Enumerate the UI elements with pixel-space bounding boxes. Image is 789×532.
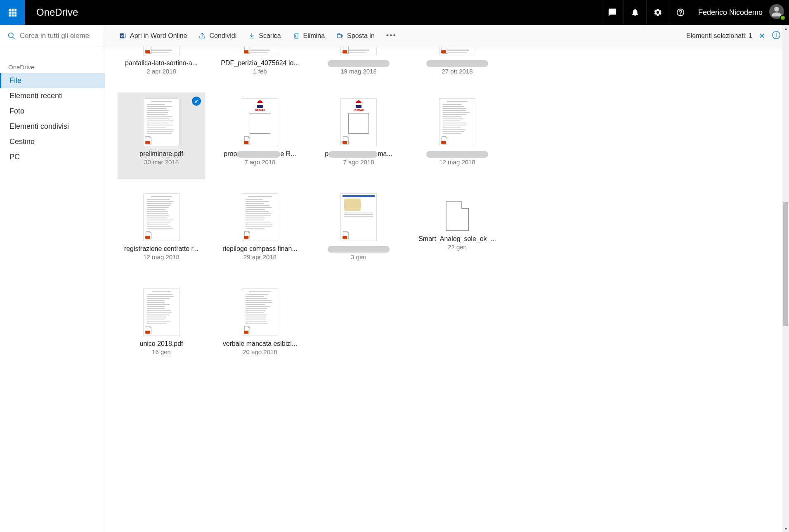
download-button[interactable]: Scarica	[242, 30, 286, 42]
file-thumbnail	[242, 288, 278, 336]
file-thumbnail	[340, 193, 377, 241]
nav-item-elementi-condivisi[interactable]: Elementi condivisi	[0, 119, 105, 134]
file-tile[interactable]: .12 mag 2018	[413, 92, 501, 179]
file-date: 7 ago 2018	[343, 158, 374, 166]
file-thumbnail: RE/MAX	[340, 98, 377, 146]
file-tile[interactable]: Smart_Analog_sole_ok_...22 gen	[413, 187, 501, 274]
file-thumbnail	[143, 193, 180, 241]
chat-icon-button[interactable]	[601, 0, 624, 25]
pdf-badge-icon	[144, 326, 153, 335]
file-tile[interactable]: verbale mancata esibizi...20 ago 2018	[216, 282, 304, 369]
file-tile[interactable]: RE/MAXprop.e R...7 ago 2018	[216, 92, 304, 179]
help-icon-button[interactable]	[669, 0, 692, 25]
scrollbar[interactable]: ▴ ▾	[782, 25, 789, 532]
file-thumbnail	[439, 47, 475, 55]
file-tile[interactable]: .19 mag 2018	[315, 47, 402, 84]
scrollbar-thumb[interactable]	[783, 202, 788, 326]
nav-item-elementi-recenti[interactable]: Elementi recenti	[0, 88, 105, 104]
toolbar-label: Apri in Word Online	[130, 32, 187, 40]
share-button[interactable]: Condividi	[193, 30, 242, 42]
gear-icon	[653, 8, 662, 17]
move-button[interactable]: Sposta in	[331, 30, 380, 42]
toolbar-label: Scarica	[259, 32, 281, 40]
details-pane-button[interactable]	[772, 31, 781, 41]
file-grid: pantalica-lato-sortino-a...2 apr 2018PDF…	[113, 47, 781, 369]
waffle-icon	[9, 9, 17, 17]
toolbar-label: Sposta in	[347, 32, 375, 40]
file-tile[interactable]: unico 2018.pdf16 gen	[118, 282, 205, 369]
nav-item-file[interactable]: File	[0, 73, 105, 88]
settings-icon-button[interactable]	[646, 0, 669, 25]
move-icon	[336, 32, 344, 40]
open-word-button[interactable]: W Apri in Word Online	[113, 30, 193, 42]
user-name[interactable]: Federico Nicodemo	[692, 8, 769, 17]
file-name: unico 2018.pdf	[140, 340, 183, 348]
toolbar: W Apri in Word Online Condividi Scarica …	[105, 25, 789, 47]
file-date: 1 feb	[253, 68, 267, 75]
file-name: PDF_perizia_4075624 lo...	[221, 59, 299, 67]
file-tile[interactable]: PDF_perizia_4075624 lo...1 feb	[216, 47, 304, 84]
scroll-down-arrow[interactable]: ▾	[782, 525, 789, 532]
file-name: registrazione contratto r...	[124, 245, 199, 253]
scroll-up-arrow[interactable]: ▴	[782, 25, 789, 31]
file-name: pantalica-lato-sortino-a...	[125, 59, 198, 67]
selection-check-icon	[192, 97, 201, 106]
file-tile[interactable]: .3 gen	[315, 187, 402, 274]
file-name: p.ma...	[325, 150, 392, 158]
file-date: 7 ago 2018	[244, 158, 275, 166]
file-tile[interactable]: RE/MAXp.ma...7 ago 2018	[315, 92, 402, 179]
svg-point-0	[9, 33, 14, 38]
file-date: 30 mar 2018	[144, 158, 179, 166]
more-button[interactable]: •••	[380, 29, 402, 43]
pdf-badge-icon	[440, 136, 449, 145]
svg-rect-9	[145, 50, 150, 53]
help-icon	[676, 8, 685, 17]
svg-rect-15	[343, 141, 347, 144]
file-date: 22 gen	[448, 244, 467, 251]
svg-rect-20	[145, 331, 150, 334]
nav-item-foto[interactable]: Foto	[0, 104, 105, 119]
top-header: OneDrive Federico Nicodemo	[0, 0, 789, 25]
file-tile[interactable]: pantalica-lato-sortino-a...2 apr 2018	[118, 47, 205, 84]
svg-line-1	[13, 37, 15, 39]
sidebar: OneDrive FileElementi recentiFotoElement…	[0, 25, 105, 532]
file-date: 3 gen	[351, 253, 366, 260]
presence-indicator	[780, 15, 786, 21]
svg-rect-13	[145, 141, 150, 144]
app-launcher-button[interactable]	[0, 0, 25, 25]
delete-button[interactable]: Elimina	[287, 30, 331, 42]
bell-icon	[631, 8, 640, 17]
avatar[interactable]	[769, 4, 786, 21]
search-input[interactable]	[16, 32, 90, 40]
search-box[interactable]	[0, 25, 105, 47]
nav-item-pc[interactable]: PC	[0, 149, 105, 165]
clear-selection-button[interactable]: ✕	[759, 31, 765, 40]
file-name: riepilogo compass finan...	[222, 245, 297, 253]
file-thumbnail	[242, 47, 278, 55]
file-tile[interactable]: preliminare.pdf30 mar 2018	[118, 92, 205, 179]
file-date: 19 mag 2018	[340, 68, 377, 75]
file-tile[interactable]: .27 ott 2018	[413, 47, 501, 84]
content-area: W Apri in Word Online Condividi Scarica …	[105, 25, 789, 532]
pdf-badge-icon	[243, 231, 251, 240]
file-date: 20 ago 2018	[243, 348, 277, 355]
file-tile[interactable]: riepilogo compass finan...29 apr 2018	[216, 187, 304, 274]
download-icon	[248, 32, 255, 40]
svg-rect-17	[145, 236, 150, 239]
svg-rect-11	[343, 50, 347, 53]
svg-rect-14	[244, 141, 248, 144]
svg-rect-12	[441, 50, 446, 53]
nav-item-cestino[interactable]: Cestino	[0, 134, 105, 149]
notifications-icon-button[interactable]	[624, 0, 646, 25]
file-date: 29 apr 2018	[243, 253, 276, 260]
file-thumbnail	[439, 98, 475, 146]
file-name: preliminare.pdf	[139, 150, 183, 158]
svg-rect-19	[343, 236, 347, 239]
file-name: prop.e R...	[224, 150, 296, 158]
pdf-badge-icon	[243, 136, 251, 145]
nav-section: OneDrive FileElementi recentiFotoElement…	[0, 47, 105, 165]
file-name: Smart_Analog_sole_ok_...	[418, 235, 496, 243]
svg-rect-21	[244, 331, 248, 334]
file-tile[interactable]: registrazione contratto r...12 mag 2018	[118, 187, 205, 274]
file-date: 16 gen	[152, 348, 171, 355]
